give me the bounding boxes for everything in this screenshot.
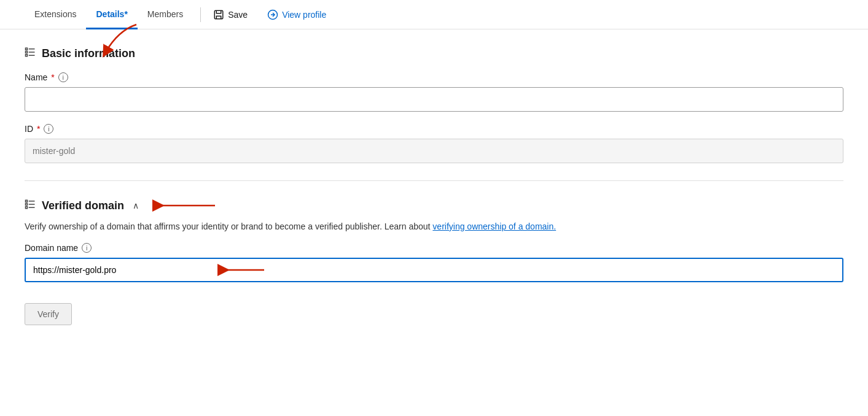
basic-info-header: Basic information xyxy=(25,47,843,60)
name-input[interactable] xyxy=(25,87,843,112)
id-input xyxy=(25,139,843,163)
tab-actions: Save View profile xyxy=(208,7,331,23)
main-content: Basic information Name * i ID * i xyxy=(0,29,868,342)
tab-extensions[interactable]: Extensions xyxy=(25,0,86,29)
svg-rect-5 xyxy=(26,55,28,56)
tab-divider xyxy=(200,7,201,22)
tab-details[interactable]: Details* xyxy=(86,0,137,29)
save-button[interactable]: Save xyxy=(208,7,252,23)
verify-ownership-link[interactable]: verifying ownership of a domain. xyxy=(432,221,556,231)
svg-rect-9 xyxy=(26,200,28,202)
domain-name-field-group: Domain name i xyxy=(25,243,843,282)
id-required-star: * xyxy=(37,124,40,134)
domain-name-label: Domain name i xyxy=(25,243,843,253)
name-required-star: * xyxy=(51,72,54,82)
tab-members[interactable]: Members xyxy=(138,0,193,29)
domain-input-wrapper xyxy=(25,258,843,282)
collapse-chevron-icon[interactable]: ∧ xyxy=(133,201,139,210)
domain-name-info-icon[interactable]: i xyxy=(82,243,92,253)
view-profile-icon xyxy=(267,9,278,20)
verified-domain-arrow-annotation xyxy=(147,198,221,213)
basic-info-title: Basic information xyxy=(42,47,135,60)
view-profile-button[interactable]: View profile xyxy=(262,7,331,23)
domain-name-input[interactable] xyxy=(25,258,843,282)
basic-info-icon xyxy=(25,47,36,60)
id-field-group: ID * i xyxy=(25,124,843,163)
id-info-icon[interactable]: i xyxy=(44,124,53,134)
section-divider xyxy=(25,180,843,181)
save-icon xyxy=(213,9,224,20)
svg-rect-0 xyxy=(214,10,223,19)
svg-rect-11 xyxy=(26,207,28,209)
svg-rect-3 xyxy=(26,48,28,50)
name-info-icon[interactable]: i xyxy=(58,72,68,82)
verified-domain-header: Verified domain ∧ xyxy=(25,198,843,213)
verified-domain-description: Verify ownership of a domain that affirm… xyxy=(25,220,843,233)
id-label: ID * i xyxy=(25,124,843,134)
svg-rect-10 xyxy=(26,204,28,206)
tab-bar: Extensions Details* Members Save xyxy=(0,0,868,29)
verify-button[interactable]: Verify xyxy=(25,303,72,325)
verified-domain-title: Verified domain xyxy=(42,199,124,212)
name-label: Name * i xyxy=(25,72,843,82)
svg-rect-4 xyxy=(26,52,28,53)
name-field-group: Name * i xyxy=(25,72,843,112)
verified-domain-icon xyxy=(25,199,36,212)
